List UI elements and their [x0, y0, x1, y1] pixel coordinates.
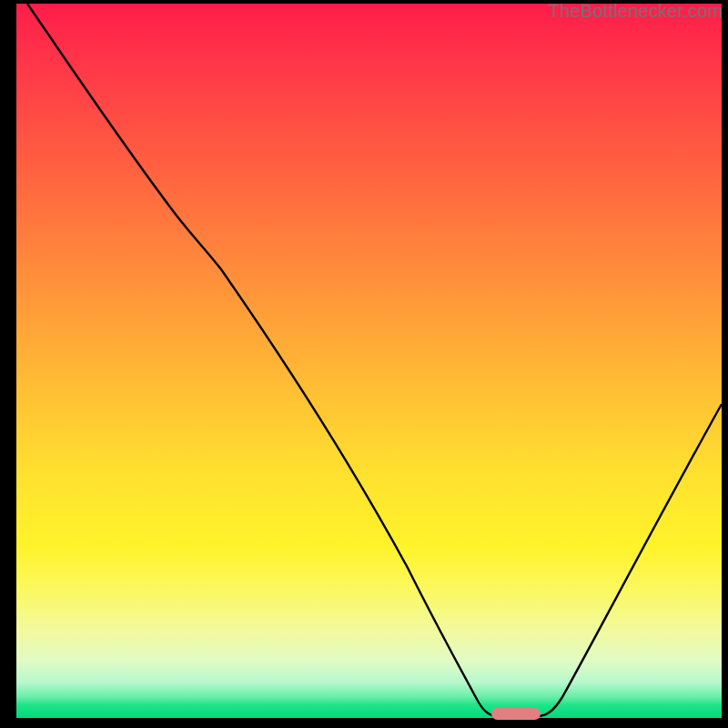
plot-area	[16, 4, 722, 718]
bottleneck-curve	[27, 4, 722, 716]
curve-layer	[16, 4, 722, 718]
bottleneck-chart: TheBottlenecker.com	[0, 0, 728, 728]
optimal-marker	[491, 708, 541, 720]
source-credit: TheBottlenecker.com	[548, 1, 723, 22]
